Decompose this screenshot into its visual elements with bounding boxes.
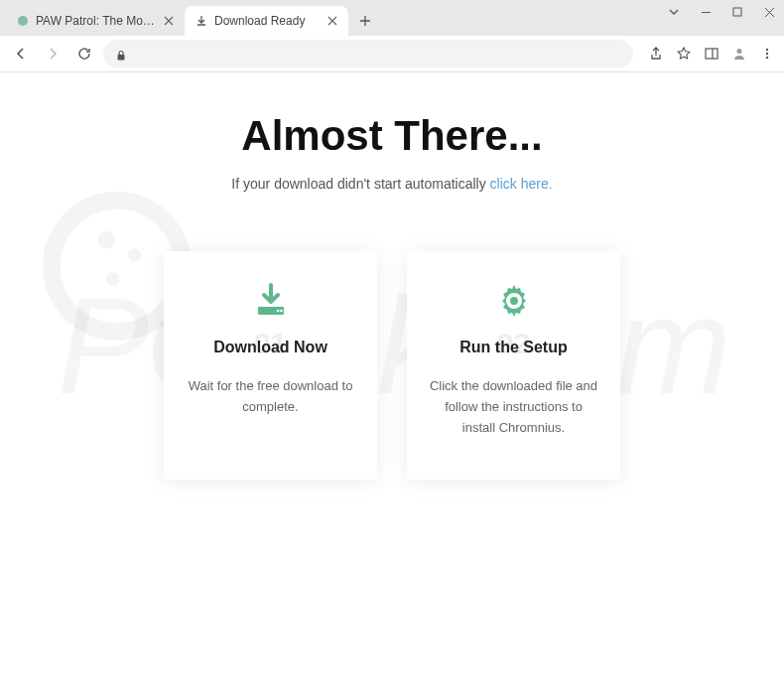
card-download: 01 Download Now Wait for the free downlo… (164, 251, 377, 480)
toolbar-right (639, 45, 776, 63)
toolbar (0, 36, 784, 71)
forward-button[interactable] (40, 41, 65, 67)
download-icon (251, 281, 291, 321)
back-button[interactable] (8, 41, 34, 67)
card-text: Wait for the free download to complete. (184, 376, 357, 418)
card-title: Run the Setup (427, 339, 600, 356)
globe-icon (16, 14, 30, 28)
card-text: Click the downloaded file and follow the… (427, 376, 600, 438)
svg-point-14 (766, 57, 768, 59)
reload-button[interactable] (71, 41, 97, 67)
download-icon (195, 14, 208, 28)
profile-icon[interactable] (730, 45, 748, 63)
close-button[interactable] (762, 5, 776, 19)
address-bar[interactable] (103, 40, 633, 68)
click-here-link[interactable]: click here. (490, 176, 553, 192)
svg-rect-9 (706, 49, 718, 59)
browser-chrome: PAW Patrol: The Movie (2021) YI Download… (0, 0, 784, 72)
svg-point-11 (737, 49, 742, 54)
bookmark-icon[interactable] (675, 45, 693, 63)
maximize-button[interactable] (730, 5, 744, 19)
svg-rect-6 (733, 8, 741, 16)
card-title: Download Now (184, 339, 357, 356)
svg-point-7 (18, 16, 28, 26)
minimize-button[interactable] (699, 5, 713, 19)
gear-icon (494, 281, 534, 321)
share-icon[interactable] (647, 45, 665, 63)
page-heading: Almost There... (20, 112, 764, 160)
svg-point-16 (276, 310, 279, 313)
close-icon[interactable] (327, 15, 338, 27)
tab-title: PAW Patrol: The Movie (2021) YI (36, 14, 157, 28)
svg-point-12 (766, 49, 768, 51)
cards-container: 01 Download Now Wait for the free downlo… (20, 251, 764, 480)
tab-0[interactable]: PAW Patrol: The Movie (2021) YI (6, 6, 185, 36)
tab-title: Download Ready (214, 14, 321, 28)
tab-1[interactable]: Download Ready (185, 6, 348, 36)
svg-point-17 (280, 310, 283, 313)
card-setup: 02 Run the Setup Click the downloaded fi… (407, 251, 620, 480)
subheading-text: If your download didn't start automatica… (231, 176, 489, 192)
menu-icon[interactable] (758, 45, 776, 63)
lock-icon (115, 48, 127, 60)
page-subheading: If your download didn't start automatica… (20, 176, 764, 192)
new-tab-button[interactable] (352, 8, 378, 34)
window-controls (667, 5, 776, 19)
svg-rect-8 (118, 55, 125, 61)
chevron-down-icon[interactable] (667, 5, 681, 19)
svg-rect-15 (258, 307, 284, 315)
sidepanel-icon[interactable] (703, 45, 720, 63)
page-content: Almost There... If your download didn't … (0, 72, 784, 519)
close-icon[interactable] (163, 15, 175, 27)
svg-point-13 (766, 53, 768, 55)
